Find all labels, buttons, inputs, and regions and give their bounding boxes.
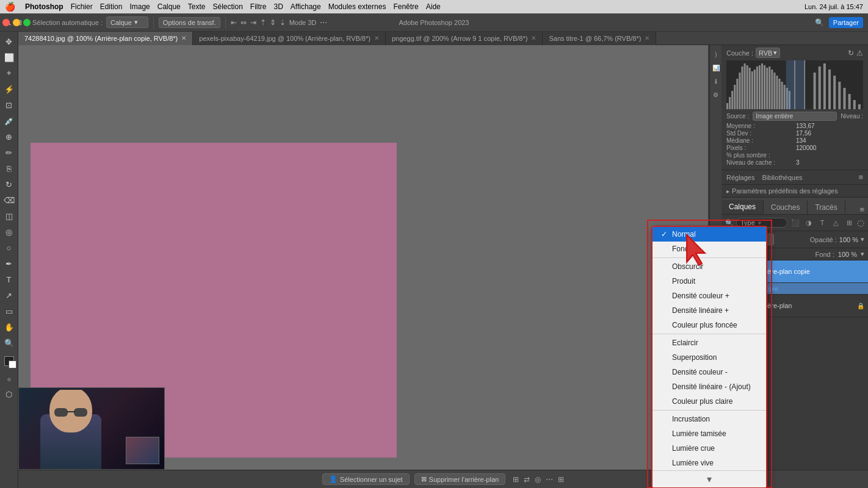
path-select-icon[interactable]: ↗ [2,288,16,303]
shape-icon[interactable]: ▭ [2,304,16,318]
menu-texte[interactable]: Texte [188,2,206,11]
filter-smart-icon[interactable]: ⊞ [844,217,855,228]
lasso-icon[interactable]: ⌖ [2,66,16,81]
tab-reglages[interactable]: Réglages [726,174,754,181]
history-icon[interactable]: ↻ [2,177,16,192]
menu-edition[interactable]: Edition [100,2,123,11]
doc-tab-1[interactable]: 74288410.jpg @ 100% (Arrière-plan copie,… [18,32,193,45]
blur-icon[interactable]: ◎ [2,224,16,239]
layers-panel-menu-icon[interactable]: ≡ [856,205,868,214]
blend-item-lineaire-ajout[interactable]: Densité linéaire - (Ajout) [653,379,766,394]
hand-icon[interactable]: ✋ [2,320,16,334]
doc-tab-4[interactable]: Sans titre-1 @ 66,7% (RVB/8*) ✕ [543,32,656,45]
tab-calques[interactable]: Calques [722,200,764,214]
eraser-icon[interactable]: ⌫ [2,193,16,207]
screen-mode-icon[interactable]: ⬡ [2,387,16,401]
blend-item-lumiere-tamisee[interactable]: Lumière tamisée [653,426,766,441]
brush-icon[interactable]: ✏ [2,145,16,160]
doc-tab-3[interactable]: pngegg.tif @ 200% (Arrow 9 1 copie, RVB/… [386,32,543,45]
ai-select-icon[interactable]: ⊞ [558,475,564,484]
pen-icon[interactable]: ✒ [2,256,16,271]
opacite-arrow: ▾ [861,235,864,243]
history-brush-icon[interactable]: ◎ [535,475,541,484]
filter-toggle-icon[interactable]: ◌ [857,218,864,228]
tab-couches[interactable]: Couches [764,201,808,214]
foreground-color[interactable] [4,356,14,366]
blend-item-superposition[interactable]: Superposition [653,350,766,365]
filter-shape-icon[interactable]: △ [830,217,841,228]
menu-fichier[interactable]: Fichier [71,2,93,11]
close-tab-1-icon[interactable]: ✕ [181,35,186,41]
menu-3d[interactable]: 3D [274,2,283,11]
healing-icon[interactable]: ⊕ [2,129,16,144]
properties-side-icon[interactable]: ⚙ [711,89,722,100]
search-icon[interactable]: 🔍 [815,18,824,27]
blend-item-produit[interactable]: Produit [653,274,766,289]
menu-selection[interactable]: Sélection [212,2,242,11]
zoom-tool-icon[interactable]: 🔍 [2,336,16,350]
select-rect-icon[interactable]: ⬜ [2,50,16,65]
menu-affichage[interactable]: Affichage [291,2,321,11]
blend-item-densite-plus[interactable]: Densité couleur + [653,289,766,303]
close-tab-3-icon[interactable]: ✕ [531,35,536,41]
clone-icon[interactable]: ⎘ [2,161,16,176]
source-dropdown[interactable]: Image entière [753,112,837,121]
blend-item-incrustation[interactable]: Incrustation [653,412,766,426]
gradient-icon[interactable]: ◫ [2,209,16,223]
partager-btn[interactable]: Partager [829,17,863,28]
more-options-icon[interactable]: ⋯ [320,18,327,27]
blend-item-couleur-claire[interactable]: Couleur plus claire [653,394,766,409]
blend-item-lumiere-vive[interactable]: Lumière vive [653,456,766,470]
align-right-icon: ⇥ [250,18,256,27]
pixels-val: 120000 [796,145,863,151]
blend-item-eclaircir[interactable]: Eclaircir [653,336,766,350]
menu-fenetre[interactable]: Fenêtre [393,2,418,11]
histogram-side-icon[interactable]: 📊 [711,62,722,73]
doc-tab-2[interactable]: pexels-pixabay-64219.jpg @ 100% (Arrière… [193,32,386,45]
menu-aide[interactable]: Aide [426,2,441,11]
move-tool-icon[interactable]: ✥ [2,34,16,49]
transform-icon[interactable]: ⇄ [524,475,530,484]
couche-dropdown[interactable]: RVB ▾ [756,48,780,58]
filter-adjust-icon[interactable]: ◑ [803,217,814,228]
tab-bibliotheques[interactable]: Bibliothèques [762,174,802,181]
close-window-btn[interactable] [2,19,10,26]
reglages-menu-icon[interactable]: ≡ [858,173,863,182]
blend-scroll-down[interactable]: ▾ [653,470,766,487]
quick-mask-icon[interactable]: ⬦ [2,371,16,386]
menu-image[interactable]: Image [129,2,150,11]
blend-item-normal[interactable]: ✓ Normal [653,227,766,242]
close-tab-4-icon[interactable]: ✕ [645,35,649,41]
expand-right-icon[interactable]: ⟩ [711,49,722,60]
blend-item-obscurcir[interactable]: Obscurcir [653,259,766,274]
menu-calque[interactable]: Calque [157,2,181,11]
info-side-icon[interactable]: ℹ [711,76,722,87]
minimize-window-btn[interactable] [13,19,20,26]
more-status-icon[interactable]: ⋯ [546,475,553,484]
quick-select-icon[interactable]: ⚡ [2,82,16,96]
close-tab-2-icon[interactable]: ✕ [374,35,379,41]
remove-bg-btn[interactable]: ⊠ Supprimer l'arrière-plan [414,473,506,485]
menu-modules[interactable]: Modules externes [328,2,386,11]
calque-dropdown[interactable]: Calque ▾ [106,16,148,28]
eyedropper-icon[interactable]: 💉 [2,113,16,128]
options-transf-btn[interactable]: Options de transf. [159,17,220,28]
tab-traces[interactable]: Tracés [808,201,845,214]
dodge-icon[interactable]: ○ [2,240,16,255]
refresh-hist-icon[interactable]: ↻ [848,49,854,57]
parametres-label[interactable]: Paramètres prédéfinis des réglages [732,187,838,195]
blend-item-densite-moins[interactable]: Densité couleur - [653,365,766,379]
filter-pixel-icon[interactable]: ⬛ [790,217,801,228]
maximize-window-btn[interactable] [23,19,31,26]
text-tool-icon[interactable]: T [2,272,16,287]
filter-text-icon[interactable]: T [817,217,828,228]
select-subject-btn[interactable]: 👤 Sélectionner un sujet [322,473,410,485]
menu-filtre[interactable]: Filtre [250,2,267,11]
toolbar-options-icon[interactable]: ⊞ [513,475,519,484]
blend-item-lumiere-crue[interactable]: Lumière crue [653,441,766,456]
apple-menu[interactable]: 🍎 [5,2,15,12]
blend-item-fondu[interactable]: Fondu [653,242,766,256]
blend-item-couleur-foncee[interactable]: Couleur plus foncée [653,318,766,332]
crop-icon[interactable]: ⊡ [2,98,16,112]
blend-item-lineaire-plus[interactable]: Densité linéaire + [653,303,766,318]
